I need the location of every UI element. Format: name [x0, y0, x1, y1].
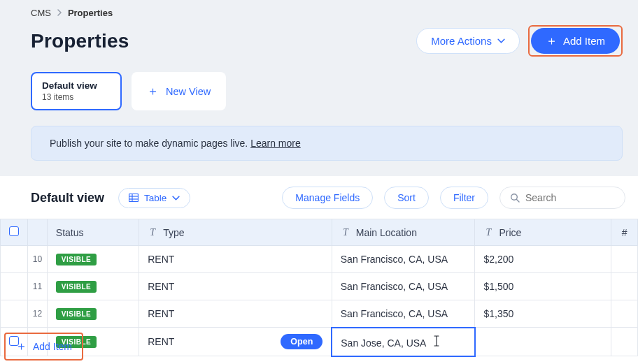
chevron-down-icon — [497, 38, 505, 43]
col-header-location[interactable]: TMain Location — [332, 219, 475, 246]
publish-banner: Publish your site to make dynamic pages … — [31, 126, 623, 161]
data-table: Status TType TMain Location TPrice # 10 … — [0, 219, 638, 357]
banner-learn-more-link[interactable]: Learn more — [250, 138, 301, 149]
more-actions-button[interactable]: More Actions — [416, 28, 520, 54]
svg-line-5 — [517, 200, 520, 203]
view-mode-label: Table — [144, 193, 166, 203]
col-header-hash[interactable]: # — [611, 219, 638, 246]
cell-extra[interactable] — [611, 246, 638, 273]
page-title: Properties — [31, 30, 129, 52]
cell-price[interactable]: $2,200 — [475, 246, 611, 273]
col-header-status[interactable]: Status — [47, 219, 139, 246]
cell-type[interactable]: RENT — [139, 246, 332, 273]
cell-location[interactable]: San Francisco, CA, USA — [332, 246, 475, 273]
cell-extra[interactable] — [611, 273, 638, 300]
row-number: 11 — [28, 273, 48, 300]
status-badge: VISIBLE — [56, 281, 97, 293]
svg-rect-0 — [129, 194, 139, 202]
cell-type[interactable]: RENT — [139, 273, 332, 300]
highlight-add-item: ＋ Add Item — [528, 25, 623, 57]
table-row[interactable]: 11 VISIBLE RENT San Francisco, CA, USA $… — [1, 273, 638, 300]
row-number: 10 — [28, 246, 48, 273]
cell-type[interactable]: RENT — [139, 300, 332, 328]
add-item-label: Add Item — [563, 35, 605, 47]
text-cursor-icon — [433, 335, 440, 349]
add-item-button[interactable]: ＋ Add Item — [531, 28, 620, 54]
chevron-right-icon — [57, 7, 62, 18]
cell-extra[interactable] — [611, 300, 638, 328]
cell-location[interactable]: San Francisco, CA, USA — [332, 300, 475, 328]
col-header-price[interactable]: TPrice — [475, 219, 611, 246]
breadcrumb: CMS Properties — [31, 7, 623, 18]
text-type-icon: T — [341, 227, 350, 238]
text-type-icon: T — [483, 227, 493, 238]
select-all-checkbox[interactable] — [9, 226, 19, 236]
view-name: Default view — [42, 80, 105, 91]
search-icon — [510, 193, 520, 203]
view-tab-default[interactable]: Default view 13 items — [31, 72, 122, 110]
cell-price[interactable]: $1,500 — [475, 273, 611, 300]
table-row[interactable]: 12 VISIBLE RENT San Francisco, CA, USA $… — [1, 300, 638, 328]
cell-price[interactable]: $1,350 — [475, 300, 611, 328]
cell-location-editing[interactable]: San Jose, CA, USA — [332, 328, 475, 356]
open-row-button[interactable]: Open — [281, 334, 322, 349]
manage-fields-button[interactable]: Manage Fields — [282, 187, 373, 209]
footer-add-item-label: Add Item — [33, 341, 72, 352]
footer-add-item-button[interactable]: ＋ Add Item — [7, 334, 80, 359]
sort-button[interactable]: Sort — [384, 187, 429, 209]
cell-type[interactable]: RENT Open — [139, 328, 332, 356]
breadcrumb-root[interactable]: CMS — [31, 8, 51, 18]
filter-button[interactable]: Filter — [440, 187, 488, 209]
row-number: 12 — [28, 300, 48, 328]
banner-text: Publish your site to make dynamic pages … — [50, 138, 250, 149]
status-badge: VISIBLE — [56, 254, 97, 265]
status-badge: VISIBLE — [56, 308, 97, 320]
search-field[interactable] — [499, 187, 625, 209]
cell-price[interactable] — [475, 328, 611, 356]
col-header-type[interactable]: TType — [139, 219, 332, 246]
new-view-button[interactable]: ＋ New View — [132, 72, 226, 110]
breadcrumb-current: Properties — [68, 8, 113, 18]
text-type-icon: T — [148, 227, 157, 238]
editing-value: San Jose, CA, USA — [341, 337, 425, 349]
chevron-down-icon — [172, 196, 180, 201]
toolbar-view-title: Default view — [31, 191, 104, 205]
more-actions-label: More Actions — [431, 35, 492, 47]
highlight-footer-add: ＋ Add Item — [4, 333, 83, 361]
view-mode-select[interactable]: Table — [118, 188, 190, 208]
table-row[interactable]: VISIBLE RENT Open San Jose, CA, USA — [1, 328, 638, 356]
search-input[interactable] — [525, 192, 638, 203]
col-header-rownum — [28, 219, 48, 246]
view-subtitle: 13 items — [42, 92, 105, 102]
table-row[interactable]: 10 VISIBLE RENT San Francisco, CA, USA $… — [1, 246, 638, 273]
cell-extra[interactable] — [611, 328, 638, 356]
table-icon — [129, 194, 139, 202]
cell-location[interactable]: San Francisco, CA, USA — [332, 273, 475, 300]
new-view-label: New View — [166, 86, 211, 97]
